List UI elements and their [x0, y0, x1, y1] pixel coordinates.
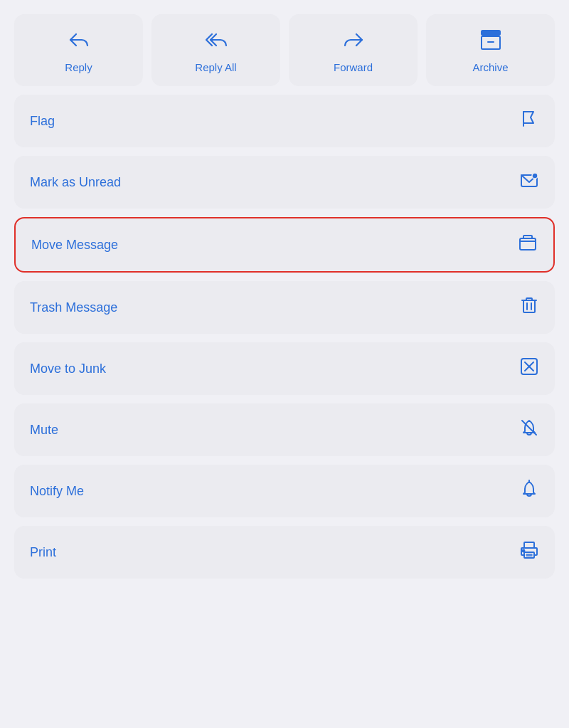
forward-icon [342, 28, 365, 54]
notify-me-button[interactable]: Notify Me [14, 465, 555, 517]
move-message-label: Move Message [31, 238, 118, 253]
trash-message-button[interactable]: Trash Message [14, 281, 555, 334]
svg-point-4 [532, 173, 538, 179]
print-icon [519, 540, 539, 564]
notify-me-label: Notify Me [30, 484, 84, 499]
mark-as-unread-icon [519, 170, 539, 194]
mute-label: Mute [30, 423, 58, 438]
mark-as-unread-button[interactable]: Mark as Unread [14, 156, 555, 209]
archive-button[interactable]: Archive [426, 14, 555, 86]
move-to-junk-label: Move to Junk [30, 362, 106, 376]
action-menu: Reply Reply All Forward [14, 14, 555, 579]
move-message-icon [518, 233, 538, 257]
mute-button[interactable]: Mute [14, 403, 555, 456]
move-to-junk-icon [519, 357, 539, 381]
move-message-button[interactable]: Move Message [14, 217, 555, 273]
notify-me-icon [519, 479, 539, 503]
trash-message-icon [519, 295, 539, 320]
svg-rect-5 [520, 238, 536, 250]
svg-rect-15 [524, 542, 534, 548]
print-label: Print [30, 545, 56, 560]
trash-message-label: Trash Message [30, 300, 117, 315]
reply-all-button[interactable]: Reply All [151, 14, 280, 86]
mute-icon [519, 418, 539, 442]
forward-label: Forward [334, 61, 373, 73]
reply-icon [68, 28, 90, 54]
archive-icon [479, 28, 502, 54]
print-button[interactable]: Print [14, 526, 555, 579]
svg-point-19 [523, 550, 525, 552]
svg-rect-0 [482, 31, 500, 35]
archive-label: Archive [472, 61, 508, 73]
mark-as-unread-label: Mark as Unread [30, 175, 121, 190]
flag-label: Flag [30, 114, 55, 129]
forward-button[interactable]: Forward [289, 14, 418, 86]
reply-button[interactable]: Reply [14, 14, 143, 86]
reply-all-label: Reply All [195, 61, 236, 73]
top-actions-row: Reply Reply All Forward [14, 14, 555, 86]
svg-rect-16 [524, 552, 534, 558]
flag-icon [519, 109, 539, 133]
flag-button[interactable]: Flag [14, 95, 555, 147]
move-to-junk-button[interactable]: Move to Junk [14, 342, 555, 395]
reply-all-icon [205, 28, 228, 54]
reply-label: Reply [65, 61, 92, 73]
svg-rect-7 [523, 300, 535, 312]
